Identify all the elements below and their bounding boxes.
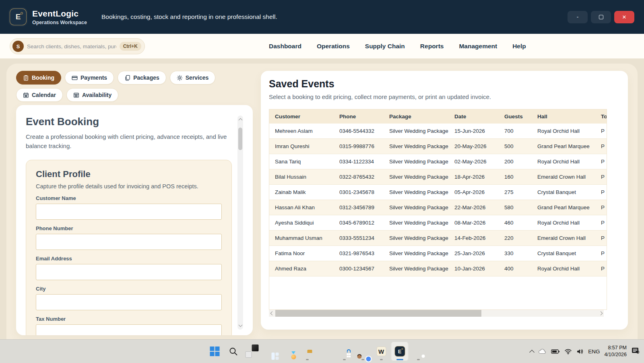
table-row[interactable]: Ayesha Siddiqui0345-6789012Silver Weddin…	[269, 215, 607, 231]
cell-guests: 500	[499, 139, 532, 154]
close-button[interactable]: ✕	[614, 11, 634, 23]
table-row[interactable]: Zainab Malik0301-2345678Silver Wedding P…	[269, 185, 607, 200]
battery-icon[interactable]	[551, 349, 560, 354]
cell-package: Silver Wedding Package	[384, 246, 449, 261]
field-tax-number: Tax Number	[36, 316, 222, 336]
vertical-scrollbar[interactable]	[237, 116, 243, 330]
col-header-to: To	[595, 109, 607, 124]
taskbar-item-store[interactable]	[336, 342, 353, 361]
nav-item-reports[interactable]: Reports	[420, 43, 444, 50]
scroll-right-icon[interactable]	[597, 310, 604, 317]
taskbar-item-eventlogic[interactable]: E	[391, 342, 409, 361]
onedrive-cloud-icon[interactable]	[538, 348, 547, 355]
input-city[interactable]	[36, 294, 222, 310]
writer-icon: W	[376, 346, 386, 356]
tab-bar: BookingPaymentsPackagesServicesCalendarA…	[16, 71, 253, 102]
topbar: S Ctrl+K DashboardOperationsSupply Chain…	[0, 34, 644, 59]
input-phone-number[interactable]	[36, 234, 222, 250]
running-app-indicator	[343, 359, 346, 360]
scroll-left-icon[interactable]	[269, 310, 275, 317]
col-header-customer: Customer	[269, 109, 334, 124]
cell-customer: Sana Tariq	[269, 154, 334, 169]
cell-phone: 0346-5544332	[334, 124, 384, 139]
language-badge[interactable]: ENG	[588, 349, 600, 355]
maximize-button[interactable]	[591, 11, 611, 23]
input-customer-name[interactable]	[36, 204, 222, 220]
notification-icon[interactable]	[631, 346, 639, 356]
running-app-indicator	[380, 359, 383, 360]
tab-booking[interactable]: Booking	[16, 71, 61, 85]
taskbar-item-chrome[interactable]	[354, 342, 372, 361]
taskbar-item-edge[interactable]	[317, 342, 334, 361]
volume-icon[interactable]	[576, 349, 584, 355]
field-city: City	[36, 286, 222, 310]
nav-item-help[interactable]: Help	[512, 43, 526, 50]
tab-packages[interactable]: Packages	[118, 71, 166, 85]
tab-availability[interactable]: Availability	[66, 88, 118, 102]
taskbar-item-paint[interactable]	[410, 342, 427, 361]
input-email-address[interactable]	[36, 264, 222, 280]
cell-phone: 0345-6789012	[334, 215, 384, 231]
field-label-customer-name: Customer Name	[36, 195, 222, 201]
cell-guests: 700	[499, 124, 532, 139]
cell-to: P	[595, 231, 607, 246]
nav-item-dashboard[interactable]: Dashboard	[269, 43, 301, 50]
cell-hall: Royal Orchid Hall	[532, 261, 595, 276]
taskbar-item-file-explorer[interactable]	[299, 342, 316, 361]
vscrollbar-thumb[interactable]	[238, 128, 242, 150]
services-icon	[177, 75, 183, 81]
tab-services[interactable]: Services	[170, 71, 216, 85]
cell-guests: 220	[499, 231, 532, 246]
tray-chevron-icon[interactable]	[529, 350, 535, 355]
app-window: E EventLogic Operations Workspace Bookin…	[0, 0, 644, 363]
table-row[interactable]: Fatima Noor0321-9876543Silver Wedding Pa…	[269, 246, 607, 261]
tab-payments[interactable]: Payments	[65, 71, 114, 85]
tray-clock[interactable]: 8:57 PM 4/10/2026	[604, 344, 627, 358]
wifi-icon[interactable]	[564, 349, 572, 355]
scroll-up-icon[interactable]	[238, 118, 242, 122]
brand: E EventLogic Operations Workspace	[10, 8, 87, 25]
table-row[interactable]: Muhammad Usman0333-5551234Silver Wedding…	[269, 231, 607, 246]
taskbar-item-writer[interactable]: W	[373, 342, 390, 361]
cell-package: Silver Wedding Package	[384, 124, 449, 139]
nav-item-management[interactable]: Management	[459, 43, 497, 50]
table-row[interactable]: Hassan Ali Khan0312-3456789Silver Weddin…	[269, 200, 607, 215]
input-tax-number[interactable]	[36, 324, 222, 336]
taskbar-item-start[interactable]	[206, 342, 223, 361]
table-row[interactable]: Mehreen Aslam0346-5544332Silver Wedding …	[269, 124, 607, 139]
taskbar-item-game[interactable]	[280, 342, 297, 361]
field-email-address: Email Address	[36, 256, 222, 280]
horizontal-scrollbar[interactable]	[269, 310, 604, 317]
taskbar-item-search[interactable]	[225, 342, 242, 361]
app-title: EventLogic	[32, 9, 87, 19]
col-header-package: Package	[384, 109, 449, 124]
hscrollbar-thumb[interactable]	[275, 310, 481, 317]
cell-hall: Grand Pearl Marquee	[532, 200, 595, 215]
search-input[interactable]	[24, 43, 120, 50]
scroll-down-icon[interactable]	[238, 323, 242, 327]
table-row[interactable]: Sana Tariq0334-1122334Silver Wedding Pac…	[269, 154, 607, 169]
table-row[interactable]: Ahmed Raza0300-1234567Silver Wedding Pac…	[269, 261, 607, 276]
nav-item-operations[interactable]: Operations	[317, 43, 350, 50]
booking-icon	[23, 75, 29, 81]
app-subtitle: Operations Workspace	[32, 20, 87, 25]
cell-date: 14-Feb-2026	[449, 231, 499, 246]
cell-hall: Emerald Crown Hall	[532, 169, 595, 185]
cell-package: Silver Wedding Package	[384, 200, 449, 215]
active-app-indicator	[396, 359, 403, 360]
hscrollbar-track[interactable]	[275, 310, 597, 317]
nav-item-supply-chain[interactable]: Supply Chain	[365, 43, 405, 50]
global-search[interactable]: S Ctrl+K	[10, 38, 145, 54]
cell-guests: 460	[499, 215, 532, 231]
content-area: BookingPaymentsPackagesServicesCalendarA…	[0, 59, 644, 339]
cell-guests: 275	[499, 185, 532, 200]
cell-package: Silver Wedding Package	[384, 169, 449, 185]
tab-calendar[interactable]: Calendar	[16, 88, 63, 102]
table-row[interactable]: Imran Qureshi0315-9988776Silver Wedding …	[269, 139, 607, 154]
table-row[interactable]: Bilal Hussain0322-8765432Silver Wedding …	[269, 169, 607, 185]
taskbar-item-widgets[interactable]	[262, 342, 279, 361]
taskbar-item-task-view[interactable]	[243, 342, 260, 361]
search-shortcut-badge: Ctrl+K	[120, 42, 141, 51]
tab-label: Payments	[80, 74, 107, 81]
minimize-button[interactable]: -	[568, 11, 588, 23]
